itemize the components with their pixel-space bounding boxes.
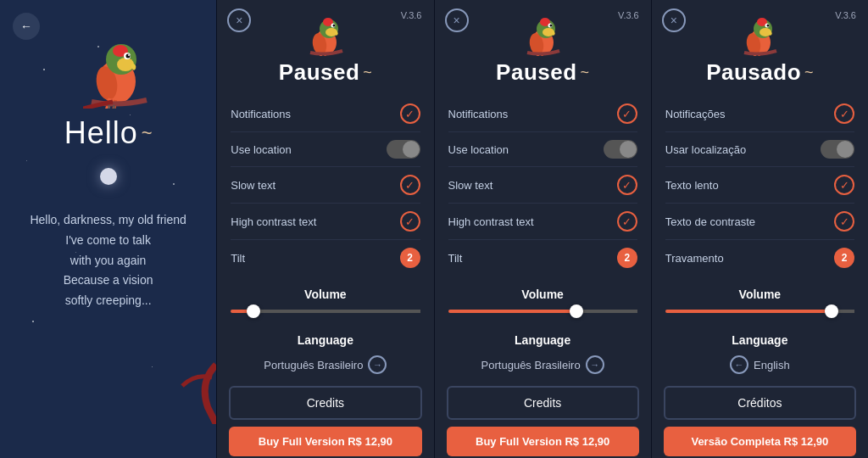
volume-title-3: Volume — [665, 288, 854, 301]
buy-button-1[interactable]: Buy Full Version R$ 12,90 — [229, 427, 421, 456]
language-arrow-3[interactable]: ← — [730, 355, 748, 374]
settings-item-tilt-1: Tilt 2 — [231, 240, 420, 276]
slowtext-check-3[interactable]: ✓ — [834, 175, 854, 195]
credits-button-2[interactable]: Credits — [447, 386, 639, 420]
tilt-label-2: Tilt — [448, 252, 463, 265]
notifications-check-3[interactable]: ✓ — [834, 103, 854, 124]
parrot-icon-3 — [741, 12, 778, 56]
language-text-1: Português Brasileiro — [264, 359, 363, 371]
volume-slider-1[interactable] — [231, 310, 420, 313]
settings-panel-1: × V.3.6 Paused ~ Notifications — [217, 0, 433, 458]
language-arrow-2[interactable]: → — [586, 355, 604, 374]
tilt-label-3: Travamento — [665, 252, 724, 265]
language-value-1: Português Brasileiro → — [231, 355, 420, 374]
volume-slider-3[interactable] — [665, 310, 854, 313]
settings-item-tilt-2: Tilt 2 — [448, 240, 637, 276]
version-label-2: V.3.6 — [618, 10, 639, 20]
panel-title-wrap-2: Paused ~ — [496, 59, 589, 86]
language-text-3: English — [754, 359, 790, 371]
svg-point-21 — [550, 25, 553, 27]
location-label-3: Usar localização — [665, 143, 746, 156]
panel-header-1: × V.3.6 Paused ~ — [217, 0, 433, 96]
close-button-1[interactable]: × — [227, 8, 251, 32]
highcontrast-label-3: Texto de contraste — [665, 215, 755, 228]
version-label-1: V.3.6 — [401, 10, 422, 20]
svg-point-7 — [128, 54, 130, 56]
location-toggle-1[interactable] — [387, 140, 420, 159]
settings-item-tilt-3: Travamento 2 — [665, 240, 854, 276]
slowtext-label-3: Texto lento — [665, 179, 719, 192]
language-arrow-1[interactable]: → — [368, 355, 387, 374]
svg-point-3 — [117, 58, 134, 71]
slowtext-label-1: Slow text — [231, 179, 275, 192]
slider-thumb-3[interactable] — [825, 304, 838, 318]
volume-slider-2[interactable] — [448, 310, 637, 313]
svg-point-14 — [332, 25, 335, 27]
settings-item-highcontrast-1: High contrast text ✓ — [231, 204, 420, 240]
settings-item-location-1: Use location — [231, 132, 420, 167]
branch-decoration — [165, 356, 216, 424]
tilt-badge-2[interactable]: 2 — [617, 248, 637, 268]
slowtext-check-1[interactable]: ✓ — [400, 175, 420, 195]
settings-item-slowtext-2: Slow text ✓ — [448, 167, 637, 204]
tilt-badge-3[interactable]: 2 — [834, 248, 854, 268]
credits-button-3[interactable]: Créditos — [664, 386, 856, 420]
settings-list-1: Notifications ✓ Use location Slow text ✓… — [217, 96, 433, 276]
notifications-check-1[interactable]: ✓ — [400, 103, 420, 124]
settings-item-notifications-2: Notifications ✓ — [448, 96, 637, 132]
slowtext-label-2: Slow text — [448, 179, 493, 192]
svg-point-28 — [767, 25, 770, 27]
language-title-2: Language — [448, 333, 637, 347]
close-button-3[interactable]: × — [662, 8, 686, 32]
panel-title-1: Paused — [279, 59, 360, 86]
language-section-2: Language Português Brasileiro → — [435, 328, 651, 379]
panel-title-wrap-3: Pausado ~ — [706, 59, 813, 86]
toggle-knob-1 — [403, 141, 420, 158]
buy-button-3[interactable]: Versão Completa R$ 12,90 — [664, 427, 856, 456]
slider-track-unfilled-2 — [576, 310, 637, 313]
highcontrast-check-3[interactable]: ✓ — [834, 211, 854, 232]
panel-header-3: × V.3.6 Pausado ~ — [652, 0, 868, 96]
language-title-1: Language — [231, 333, 420, 347]
slider-thumb-2[interactable] — [570, 304, 583, 318]
settings-item-location-3: Usar localização — [665, 132, 854, 167]
language-value-2: Português Brasileiro → — [448, 355, 637, 374]
settings-item-notifications-3: Notificações ✓ — [665, 96, 854, 132]
volume-title-1: Volume — [231, 288, 420, 301]
panel-squiggle-2: ~ — [581, 64, 590, 81]
hello-parrot — [83, 32, 151, 109]
tilt-badge-1[interactable]: 2 — [400, 248, 420, 268]
buy-button-2[interactable]: Buy Full Version R$ 12,90 — [447, 427, 639, 456]
settings-list-2: Notifications ✓ Use location Slow text ✓… — [435, 96, 651, 276]
settings-item-slowtext-1: Slow text ✓ — [231, 167, 420, 204]
location-toggle-3[interactable] — [821, 140, 854, 159]
panel-squiggle-3: ~ — [804, 64, 814, 81]
language-section-1: Language Português Brasileiro → — [217, 328, 433, 379]
toggle-knob-2 — [620, 141, 637, 158]
panel-title-wrap-1: Paused ~ — [279, 59, 372, 86]
notifications-check-2[interactable]: ✓ — [617, 103, 637, 124]
toggle-knob-3 — [837, 141, 854, 158]
close-button-2[interactable]: × — [445, 8, 469, 32]
credits-button-1[interactable]: Credits — [229, 386, 421, 420]
moon-decoration — [100, 168, 117, 185]
highcontrast-check-2[interactable]: ✓ — [617, 211, 637, 232]
parrot-icon-2 — [524, 12, 561, 56]
settings-item-highcontrast-3: Texto de contraste ✓ — [665, 204, 854, 240]
location-toggle-2[interactable] — [604, 140, 637, 159]
language-title-3: Language — [665, 333, 854, 347]
panel-squiggle-1: ~ — [363, 64, 372, 81]
notifications-label-1: Notifications — [231, 108, 291, 120]
highcontrast-check-1[interactable]: ✓ — [400, 211, 420, 232]
volume-section-2: Volume — [435, 279, 651, 328]
settings-item-notifications-1: Notifications ✓ — [231, 96, 420, 132]
slowtext-check-2[interactable]: ✓ — [617, 175, 637, 195]
volume-section-1: Volume — [217, 279, 433, 328]
volume-section-3: Volume — [652, 279, 868, 328]
hello-title: Hello — [64, 115, 138, 151]
notifications-label-2: Notifications — [448, 108, 509, 120]
back-button[interactable]: ← — [13, 13, 40, 40]
version-label-3: V.3.6 — [835, 10, 856, 20]
tilt-label-1: Tilt — [231, 252, 245, 265]
slider-thumb-1[interactable] — [247, 304, 260, 318]
